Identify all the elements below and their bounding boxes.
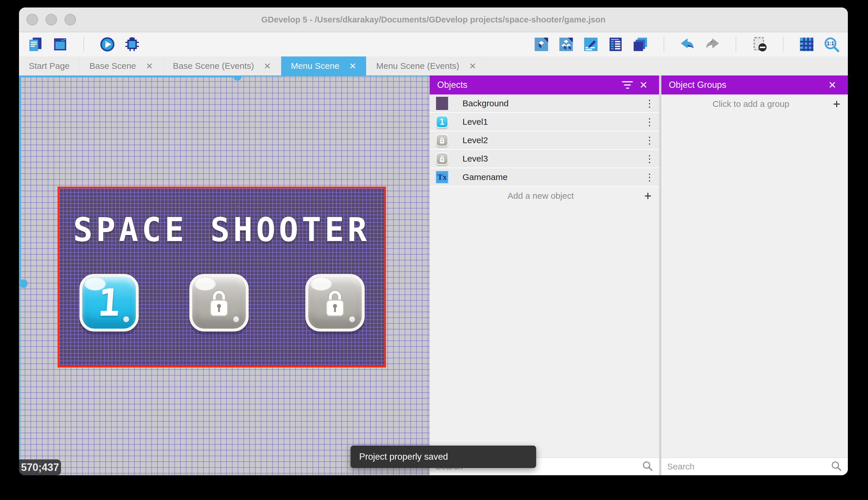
tab-base-scene-events[interactable]: Base Scene (Events) ✕ [163,56,281,76]
object-menu-button[interactable]: ⋮ [644,171,655,183]
lock-icon [322,287,348,319]
object-label: Gamename [462,172,644,182]
panel-divider[interactable] [659,76,661,475]
object-groups-panel-header: Object Groups ✕ [661,76,848,94]
layers-editor-icon [632,36,648,53]
horizontal-scrollbar[interactable] [19,76,430,78]
background-thumbnail [435,97,449,110]
objects-editor-button[interactable] [533,36,550,53]
toolbar: 1:1 [19,32,848,56]
tab-label: Menu Scene [291,61,339,71]
toolbar-divider [783,37,783,52]
filter-objects-button[interactable] [619,77,635,93]
object-menu-button[interactable]: ⋮ [644,153,655,164]
close-objects-panel-button[interactable]: ✕ [635,77,652,93]
level2-thumbnail [435,134,449,147]
add-new-object-row[interactable]: Add a new object + [430,186,659,205]
zoom-original-button[interactable]: 1:1 [823,36,840,53]
add-group-plus-icon[interactable]: + [833,98,840,110]
add-group-label: Click to add a group [669,99,833,109]
level1-label: 1 [96,281,122,325]
object-row-level1[interactable]: 1 Level1 ⋮ [430,113,659,131]
object-label: Level1 [462,117,644,127]
tab-close-icon[interactable]: ✕ [469,61,476,71]
scene-window-area[interactable]: SPACE SHOOTER 1 [58,186,386,367]
project-manager-button[interactable] [27,36,44,53]
save-toast: Project properly saved [351,445,536,468]
properties-button[interactable] [583,36,599,53]
object-groups-panel: Object Groups ✕ Click to add a group + [661,76,848,475]
add-group-row[interactable]: Click to add a group + [661,94,848,113]
lock-icon [206,287,232,319]
object-row-level2[interactable]: Level2 ⋮ [430,131,659,150]
filter-icon [622,81,633,89]
tab-label: Start Page [29,61,70,71]
play-icon [99,36,115,53]
toolbar-left-group [27,36,140,53]
tab-close-icon[interactable]: ✕ [264,61,271,71]
objects-panel: Objects ✕ Background ⋮ 1 Level1 ⋮ [430,76,659,475]
level1-button-instance[interactable]: 1 [80,274,139,331]
debugger-icon [124,36,140,53]
level3-button-instance[interactable] [305,274,365,331]
close-object-groups-panel-button[interactable]: ✕ [824,77,840,93]
layers-editor-button[interactable] [632,36,649,53]
tab-bar: Start Page Base Scene ✕ Base Scene (Even… [19,56,848,76]
object-groups-search-input[interactable] [667,462,831,471]
toolbar-divider [664,37,664,52]
lock-icon [439,155,445,163]
search-icon [642,460,653,473]
tab-close-icon[interactable]: ✕ [349,61,356,71]
level3-thumbnail [435,152,449,165]
debugger-button[interactable] [124,36,140,53]
lock-icon [439,137,445,144]
horizontal-scrollbar-thumb[interactable] [233,76,242,81]
preview-play-button[interactable] [99,36,116,53]
toggle-mask-button[interactable] [751,36,768,53]
objects-panel-header: Objects ✕ [430,76,659,94]
svg-text:1:1: 1:1 [827,41,834,46]
tab-start-page[interactable]: Start Page [19,56,80,76]
window-title: GDevelop 5 - /Users/dkarakay/Documents/G… [19,15,848,24]
redo-button[interactable] [704,36,721,53]
level1-thumbnail: 1 [435,115,449,128]
undo-button[interactable] [679,36,696,53]
scene-title-text-object[interactable]: SPACE SHOOTER [59,211,384,249]
object-label: Level3 [462,154,644,163]
toggle-grid-button[interactable] [798,36,815,53]
instances-list-icon [608,36,624,53]
tab-label: Base Scene (Events) [173,61,254,71]
toolbar-divider [736,37,736,52]
grid-icon [799,36,815,53]
toast-message: Project properly saved [359,452,448,462]
object-row-level3[interactable]: Level3 ⋮ [430,150,659,168]
object-menu-button[interactable]: ⋮ [644,98,655,109]
undo-icon [680,36,696,53]
search-icon [831,460,842,473]
app-window: GDevelop 5 - /Users/dkarakay/Documents/G… [19,8,848,475]
tab-menu-scene-events[interactable]: Menu Scene (Events) ✕ [366,56,486,76]
tab-menu-scene[interactable]: Menu Scene ✕ [281,56,367,76]
project-manager-icon [27,36,44,53]
object-menu-button[interactable]: ⋮ [644,135,655,146]
tab-close-icon[interactable]: ✕ [146,61,153,71]
text-object-thumbnail: Tx [435,171,449,184]
vertical-scrollbar-thumb[interactable] [19,280,28,288]
object-groups-empty-area [661,113,848,457]
zoom-1-1-icon: 1:1 [823,36,840,53]
object-row-gamename[interactable]: Tx Gamename ⋮ [430,168,659,186]
scene-editor-canvas[interactable]: SPACE SHOOTER 1 [19,76,430,475]
level2-button-instance[interactable] [189,274,249,331]
redo-icon [704,36,720,53]
instances-list-button[interactable] [607,36,624,53]
tab-base-scene[interactable]: Base Scene ✕ [80,56,163,76]
add-object-plus-icon[interactable]: + [644,190,652,202]
scene-window-button[interactable] [52,36,69,53]
vertical-scrollbar[interactable] [19,76,21,475]
objects-panel-title: Objects [437,80,467,90]
object-groups-editor-button[interactable] [558,36,574,53]
add-object-label: Add a new object [437,191,644,201]
object-menu-button[interactable]: ⋮ [644,116,655,128]
object-row-background[interactable]: Background ⋮ [430,94,659,113]
objects-editor-icon [533,36,549,53]
